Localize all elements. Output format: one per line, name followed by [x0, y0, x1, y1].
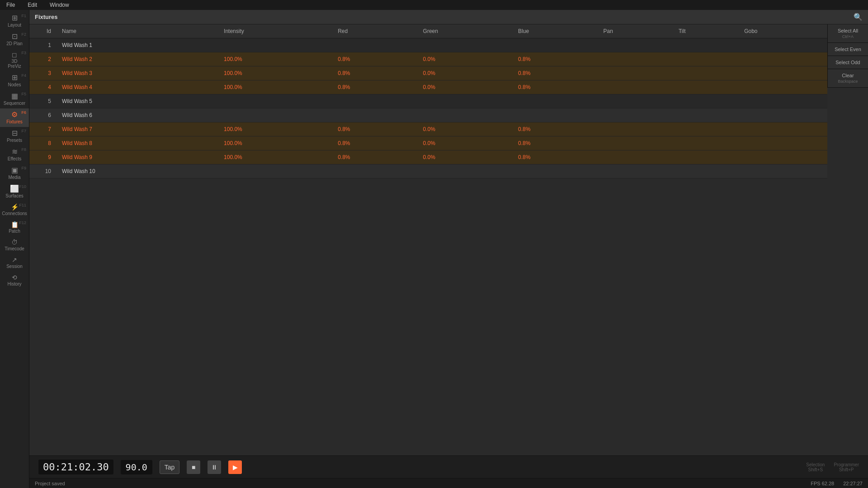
cell-gobo: [739, 66, 827, 80]
clear-label: Clear: [842, 73, 854, 78]
fixtures-data-table: Id Name Intensity Red Green Blue Pan Til…: [29, 24, 827, 178]
cell-green: 0.0%: [418, 66, 513, 80]
sidebar-item-nodes[interactable]: F4 ⊞ Nodes: [0, 71, 29, 90]
sidebar-item-presets[interactable]: F7 ⊟ Presets: [0, 127, 29, 145]
sidebar-label-connections: Connections: [2, 211, 27, 216]
cell-red: [332, 108, 417, 122]
cell-blue: 0.8%: [513, 150, 598, 164]
sidebar-label-fixtures: Fixtures: [6, 119, 23, 124]
col-pan: Pan: [598, 24, 673, 38]
cell-tilt: [673, 80, 739, 94]
table-row[interactable]: 9 Wild Wash 9 100.0% 0.8% 0.0% 0.8%: [29, 150, 827, 164]
status-message: Project saved: [35, 481, 65, 486]
sidebar-item-2dplan[interactable]: F2 ⊡ 2D Plan: [0, 30, 29, 49]
play-button[interactable]: ▶: [228, 460, 242, 474]
fps-display: FPS 62.28: [811, 481, 834, 486]
cell-name: Wild Wash 7: [57, 122, 218, 136]
sidebar-item-timecode[interactable]: ⏱ Timecode: [0, 236, 29, 254]
table-row[interactable]: 4 Wild Wash 4 100.0% 0.8% 0.0% 0.8%: [29, 80, 827, 94]
sidebar-item-layout[interactable]: F1 ⊞ Layout: [0, 12, 29, 30]
cell-blue: [513, 38, 598, 52]
select-all-button[interactable]: Select All Ctrl+A: [828, 24, 868, 43]
3d-icon: ◻: [12, 52, 17, 58]
cell-blue: 0.8%: [513, 136, 598, 150]
cell-gobo: [739, 136, 827, 150]
table-body: 1 Wild Wash 1 2 Wild Wash 2 100.0% 0.8% …: [29, 38, 827, 178]
cell-tilt: [673, 52, 739, 66]
tap-button[interactable]: Tap: [160, 460, 180, 474]
cell-intensity: [218, 108, 332, 122]
cell-pan: [598, 164, 673, 178]
clear-button[interactable]: Clear Backspace: [828, 69, 868, 88]
sidebar-label-session: Session: [6, 264, 23, 269]
cell-red: [332, 38, 417, 52]
cell-red: [332, 164, 417, 178]
sidebar-label-3d: 3D PreViz: [8, 59, 21, 69]
table-row[interactable]: 7 Wild Wash 7 100.0% 0.8% 0.0% 0.8%: [29, 122, 827, 136]
cell-pan: [598, 122, 673, 136]
cell-id: 10: [29, 164, 57, 178]
title-bar: Fixtures 🔍: [29, 10, 868, 24]
cell-name: Wild Wash 10: [57, 164, 218, 178]
fkey-f6: F6: [21, 110, 26, 115]
sidebar-item-3d[interactable]: F3 ◻ 3D PreViz: [0, 49, 29, 71]
select-even-button[interactable]: Select Even: [828, 43, 868, 56]
status-right: FPS 62.28 22:27:27: [811, 481, 863, 486]
sidebar-item-surfaces[interactable]: F10 ⬜ Surfaces: [0, 183, 29, 201]
nodes-icon: ⊞: [12, 74, 18, 81]
sidebar: F1 ⊞ Layout F2 ⊡ 2D Plan F3 ◻ 3D PreViz …: [0, 10, 29, 488]
cell-pan: [598, 52, 673, 66]
cell-name: Wild Wash 3: [57, 66, 218, 80]
table-row[interactable]: 5 Wild Wash 5: [29, 94, 827, 108]
time-display: 22:27:27: [843, 481, 863, 486]
col-gobo: Gobo: [739, 24, 827, 38]
sidebar-item-history[interactable]: ⟲ History: [0, 272, 29, 289]
cell-green: 0.0%: [418, 122, 513, 136]
cell-id: 5: [29, 94, 57, 108]
table-row[interactable]: 10 Wild Wash 10: [29, 164, 827, 178]
menu-file[interactable]: File: [4, 1, 18, 9]
fkey-f10: F10: [19, 184, 26, 189]
sidebar-label-nodes: Nodes: [8, 82, 21, 87]
cell-blue: [513, 94, 598, 108]
cell-green: [418, 108, 513, 122]
cell-id: 1: [29, 38, 57, 52]
cell-intensity: [218, 94, 332, 108]
menu-edit[interactable]: Edit: [25, 1, 40, 9]
pause-button[interactable]: ⏸: [208, 460, 221, 474]
search-icon[interactable]: 🔍: [854, 13, 863, 21]
sidebar-label-sequencer: Sequencer: [4, 101, 25, 106]
sidebar-label-presets: Presets: [7, 138, 22, 143]
cell-green: [418, 94, 513, 108]
sidebar-item-media[interactable]: F9 ▣ Media: [0, 164, 29, 183]
menu-window[interactable]: Window: [47, 1, 72, 9]
sidebar-item-connections[interactable]: F11 ⚡ Connections: [0, 201, 29, 219]
fkey-f7: F7: [21, 129, 26, 133]
sidebar-item-effects[interactable]: F8 ≋ Effects: [0, 145, 29, 164]
cell-id: 2: [29, 52, 57, 66]
sidebar-label-history: History: [7, 282, 21, 286]
table-row[interactable]: 2 Wild Wash 2 100.0% 0.8% 0.0% 0.8%: [29, 52, 827, 66]
table-row[interactable]: 8 Wild Wash 8 100.0% 0.8% 0.0% 0.8%: [29, 136, 827, 150]
sidebar-label-media: Media: [8, 175, 20, 180]
fkey-f12: F12: [19, 221, 26, 225]
table-row[interactable]: 1 Wild Wash 1: [29, 38, 827, 52]
timecode-display[interactable]: 00:21:02.30: [38, 460, 113, 474]
sidebar-item-sequencer[interactable]: F5 ▦ Sequencer: [0, 90, 29, 108]
table-row[interactable]: 6 Wild Wash 6: [29, 108, 827, 122]
presets-icon: ⊟: [12, 130, 18, 137]
table-row[interactable]: 3 Wild Wash 3 100.0% 0.8% 0.0% 0.8%: [29, 66, 827, 80]
sidebar-item-fixtures[interactable]: F6 ⚙ Fixtures: [0, 108, 29, 127]
cell-gobo: [739, 80, 827, 94]
stop-button[interactable]: ■: [187, 460, 200, 474]
fkey-f11: F11: [19, 203, 26, 207]
sidebar-item-patch[interactable]: F12 📋 Patch: [0, 219, 29, 236]
cell-green: 0.0%: [418, 150, 513, 164]
select-odd-button[interactable]: Select Odd: [828, 56, 868, 69]
fkey-f8: F8: [21, 147, 26, 152]
bpm-display[interactable]: 90.0: [121, 460, 152, 474]
cell-tilt: [673, 38, 739, 52]
cell-red: 0.8%: [332, 80, 417, 94]
sidebar-item-session[interactable]: ↗ Session: [0, 254, 29, 272]
col-id: Id: [29, 24, 57, 38]
